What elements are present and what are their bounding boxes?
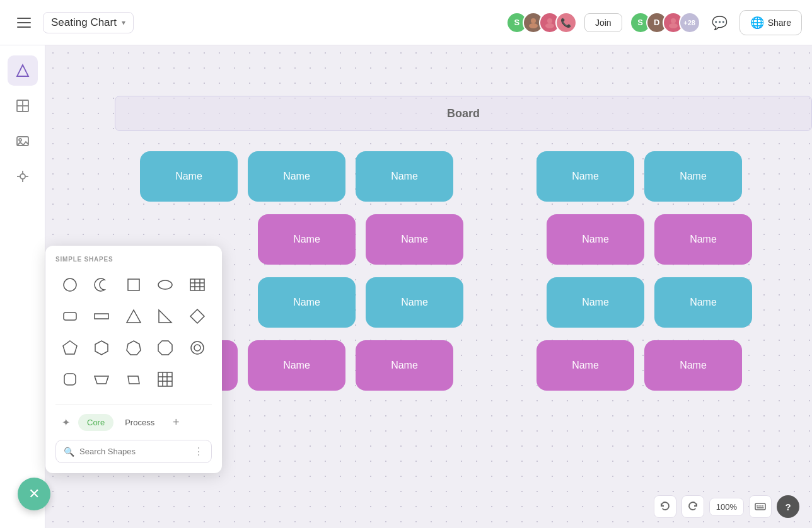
seat-4-3[interactable]: Name bbox=[536, 340, 634, 391]
svg-rect-20 bbox=[190, 279, 204, 290]
keyboard-shortcut-button[interactable] bbox=[749, 495, 772, 518]
menu-button[interactable] bbox=[10, 9, 38, 37]
avatar-phone: 📞 bbox=[555, 12, 577, 33]
more-options-icon[interactable]: ⋮ bbox=[194, 445, 204, 457]
share-button[interactable]: 🌐 Share bbox=[740, 10, 802, 35]
svg-rect-44 bbox=[755, 503, 765, 510]
svg-marker-31 bbox=[95, 341, 108, 355]
svg-point-2 bbox=[547, 18, 552, 23]
search-input[interactable] bbox=[79, 447, 188, 456]
shape-octagon[interactable] bbox=[151, 333, 180, 362]
seat-row-2: Name Name Name Name bbox=[140, 214, 812, 265]
shape-rounded-sq[interactable] bbox=[55, 365, 84, 394]
search-icon: 🔍 bbox=[64, 447, 74, 457]
svg-point-5 bbox=[669, 23, 678, 28]
globe-icon: 🌐 bbox=[750, 16, 764, 30]
avatar-overflow: +28 bbox=[679, 12, 700, 33]
shape-heptagon[interactable] bbox=[119, 333, 148, 362]
shape-pentagon[interactable] bbox=[55, 333, 84, 362]
undo-button[interactable] bbox=[654, 495, 676, 518]
shape-ellipse[interactable] bbox=[151, 270, 180, 299]
shape-circle[interactable] bbox=[55, 270, 84, 299]
shape-rounded-rect[interactable] bbox=[55, 302, 84, 331]
seat-3-3[interactable]: Name bbox=[547, 277, 644, 328]
svg-marker-32 bbox=[127, 341, 141, 355]
shape-grid-table[interactable] bbox=[151, 365, 180, 394]
sidebar-item-image[interactable] bbox=[8, 126, 38, 156]
help-button[interactable]: ? bbox=[777, 495, 799, 518]
svg-point-1 bbox=[529, 23, 538, 28]
sidebar-item-shapes[interactable] bbox=[8, 55, 38, 86]
seat-3-1[interactable]: Name bbox=[258, 277, 356, 328]
seat-2-4[interactable]: Name bbox=[654, 214, 752, 265]
svg-marker-30 bbox=[63, 341, 77, 354]
more-avatars: S D +28 bbox=[630, 12, 700, 33]
hamburger-icon bbox=[17, 18, 31, 28]
collaborator-avatars: S 📞 bbox=[506, 12, 577, 33]
panel-tabs: ✦ Core Process + bbox=[55, 404, 212, 432]
search-bar: 🔍 ⋮ bbox=[55, 440, 212, 463]
shape-trapezoid[interactable] bbox=[87, 365, 116, 394]
shape-crescent[interactable] bbox=[87, 270, 116, 299]
svg-marker-33 bbox=[158, 341, 172, 355]
document-title: Seating Chart bbox=[51, 16, 117, 29]
seat-1-1[interactable]: Name bbox=[140, 151, 238, 202]
chat-button[interactable]: 💬 bbox=[708, 11, 732, 35]
seats-container: Name Name Name Name Name Name Name Name … bbox=[140, 151, 812, 403]
bottom-bar: 100% ? bbox=[654, 495, 799, 518]
svg-point-34 bbox=[191, 341, 204, 354]
svg-marker-29 bbox=[190, 309, 204, 323]
svg-point-17 bbox=[64, 278, 76, 291]
svg-point-12 bbox=[20, 174, 25, 179]
seat-4-1[interactable]: Name bbox=[248, 340, 345, 391]
sidebar bbox=[0, 45, 45, 528]
seat-row-1: Name Name Name Name Name bbox=[140, 151, 812, 202]
seat-4-4[interactable]: Name bbox=[644, 340, 742, 391]
seat-row-4: Name Name Name Name Name bbox=[140, 340, 812, 391]
shape-ring[interactable] bbox=[183, 333, 212, 362]
svg-rect-39 bbox=[158, 372, 172, 386]
seat-3-4[interactable]: Name bbox=[654, 277, 752, 328]
seat-1-5[interactable]: Name bbox=[644, 151, 742, 202]
tab-process[interactable]: Process bbox=[116, 414, 163, 431]
fab-close-button[interactable]: ✕ bbox=[18, 478, 50, 510]
seat-1-2[interactable]: Name bbox=[248, 151, 345, 202]
section-label: Simple Shapes bbox=[55, 256, 212, 263]
svg-point-11 bbox=[19, 139, 21, 141]
svg-marker-38 bbox=[128, 376, 139, 384]
svg-rect-25 bbox=[64, 313, 76, 320]
shape-square[interactable] bbox=[119, 270, 148, 299]
shape-parallelogram[interactable] bbox=[119, 365, 148, 394]
shape-panel: Simple Shapes bbox=[45, 246, 222, 473]
shape-table[interactable] bbox=[183, 270, 212, 299]
shape-diamond[interactable] bbox=[183, 302, 212, 331]
svg-marker-6 bbox=[17, 65, 28, 76]
redo-button[interactable] bbox=[682, 495, 704, 518]
seat-2-3[interactable]: Name bbox=[547, 214, 644, 265]
shape-wide-rect[interactable] bbox=[87, 302, 116, 331]
seat-2-1[interactable]: Name bbox=[258, 214, 356, 265]
shape-hexagon[interactable] bbox=[87, 333, 116, 362]
shapes-grid bbox=[55, 270, 212, 394]
tab-favorites[interactable]: ✦ bbox=[55, 412, 76, 432]
tab-core[interactable]: Core bbox=[78, 414, 113, 431]
seat-row-3: Name Name Name Name bbox=[140, 277, 812, 328]
sidebar-item-components[interactable] bbox=[8, 161, 38, 192]
seat-1-3[interactable]: Name bbox=[356, 151, 453, 202]
seat-2-2[interactable]: Name bbox=[366, 214, 463, 265]
seat-4-2[interactable]: Name bbox=[356, 340, 453, 391]
zoom-level: 100% bbox=[709, 498, 744, 516]
tab-add-button[interactable]: + bbox=[167, 413, 185, 431]
svg-marker-37 bbox=[95, 376, 108, 384]
seat-1-4[interactable]: Name bbox=[536, 151, 634, 202]
svg-point-35 bbox=[194, 345, 200, 351]
join-button[interactable]: Join bbox=[584, 13, 622, 32]
svg-point-0 bbox=[531, 18, 536, 23]
sidebar-item-grid[interactable] bbox=[8, 91, 38, 121]
shape-right-triangle[interactable] bbox=[151, 302, 180, 331]
seat-3-2[interactable]: Name bbox=[366, 277, 463, 328]
shape-triangle[interactable] bbox=[119, 302, 148, 331]
svg-marker-28 bbox=[159, 310, 171, 323]
title-area[interactable]: Seating Chart ▾ bbox=[43, 12, 134, 33]
chevron-down-icon: ▾ bbox=[122, 18, 125, 27]
